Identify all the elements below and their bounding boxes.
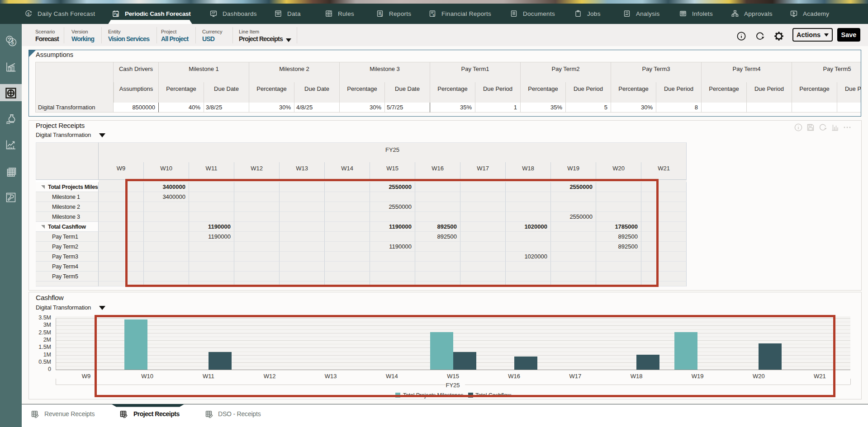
svg-text:$: $: [27, 12, 29, 16]
svg-text:$: $: [11, 39, 14, 46]
svg-text:$: $: [380, 14, 382, 17]
svg-text:$: $: [432, 14, 434, 17]
